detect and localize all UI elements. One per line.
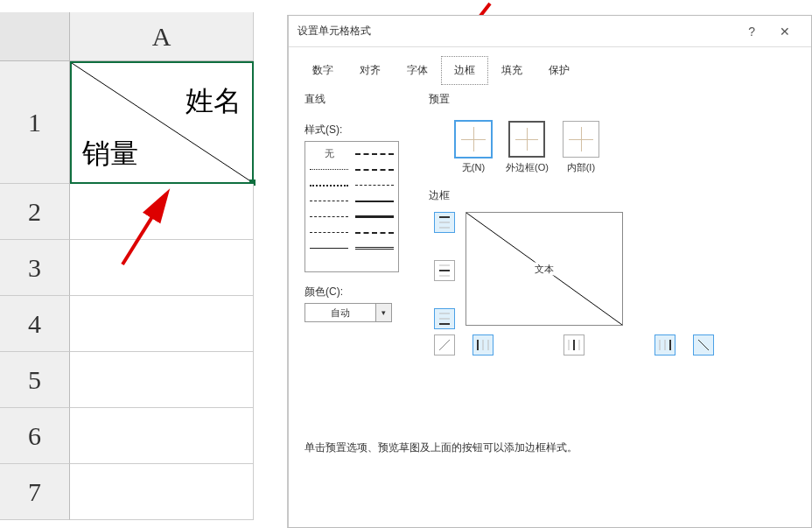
border-mid-h-btn[interactable] bbox=[434, 260, 455, 281]
style-opt[interactable] bbox=[355, 178, 394, 193]
border-left-btn[interactable] bbox=[472, 334, 494, 356]
style-none[interactable]: 无 bbox=[310, 146, 348, 161]
dialog-content: 直线 样式(S): 无 颜色(C): 自动 ▾ bbox=[289, 85, 811, 528]
style-opt[interactable] bbox=[310, 162, 348, 177]
row-header-5[interactable]: 5 bbox=[0, 352, 70, 408]
style-opt[interactable] bbox=[310, 209, 348, 224]
preset-none[interactable]: 无(N) bbox=[455, 121, 492, 174]
spreadsheet: A 1 2 3 4 5 6 7 姓名 销量 bbox=[0, 0, 287, 528]
cell-a3[interactable] bbox=[70, 240, 254, 296]
preset-outline[interactable]: 外边框(O) bbox=[506, 121, 549, 174]
preview-text: 文本 bbox=[533, 263, 556, 276]
cell-a6[interactable] bbox=[70, 408, 254, 464]
style-opt[interactable] bbox=[310, 225, 348, 240]
color-value: 自动 bbox=[305, 306, 375, 320]
cell-top-label: 姓名 bbox=[186, 82, 242, 121]
cell-a7[interactable] bbox=[70, 464, 254, 520]
border-bottom-btn[interactable] bbox=[434, 308, 455, 329]
cell-a4[interactable] bbox=[70, 296, 254, 352]
close-button[interactable]: ✕ bbox=[767, 25, 802, 39]
format-cells-dialog: 设置单元格格式 ? ✕ 数字 对齐 字体 边框 填充 保护 直线 样式(S): … bbox=[287, 15, 812, 528]
line-style-list[interactable]: 无 bbox=[304, 141, 399, 272]
style-opt[interactable] bbox=[355, 194, 394, 208]
color-dropdown[interactable]: 自动 ▾ bbox=[304, 303, 392, 322]
row-header-2[interactable]: 2 bbox=[0, 184, 70, 240]
tab-border[interactable]: 边框 bbox=[441, 56, 488, 85]
row-header-3[interactable]: 3 bbox=[0, 240, 70, 296]
title-bar: 设置单元格格式 ? ✕ bbox=[289, 16, 811, 47]
tab-strip: 数字 对齐 字体 边框 填充 保护 bbox=[289, 47, 811, 85]
border-bottom-row bbox=[434, 334, 714, 356]
help-button[interactable]: ? bbox=[736, 25, 767, 39]
style-opt[interactable] bbox=[355, 209, 394, 224]
style-opt[interactable] bbox=[310, 194, 348, 208]
tab-number[interactable]: 数字 bbox=[299, 56, 346, 85]
row-header-7[interactable]: 7 bbox=[0, 464, 70, 520]
border-right-btn[interactable] bbox=[654, 334, 676, 356]
cell-bottom-label: 销量 bbox=[82, 135, 138, 173]
preset-row: 无(N) 外边框(O) 内部(I) bbox=[455, 121, 795, 174]
tab-align[interactable]: 对齐 bbox=[346, 56, 394, 85]
cell-a2[interactable] bbox=[70, 184, 254, 240]
row-header-1[interactable]: 1 bbox=[0, 61, 70, 184]
style-opt[interactable] bbox=[355, 146, 394, 161]
preset-section-title: 预置 bbox=[429, 92, 795, 107]
svg-line-14 bbox=[439, 340, 450, 350]
preset-inside[interactable]: 内部(I) bbox=[563, 121, 599, 174]
border-section-title: 边框 bbox=[429, 188, 795, 203]
border-diag-down-btn[interactable] bbox=[693, 334, 714, 356]
svg-line-24 bbox=[698, 340, 709, 350]
cell-a1[interactable]: 姓名 销量 bbox=[70, 61, 254, 184]
style-opt[interactable] bbox=[355, 162, 394, 177]
color-label: 颜色(C): bbox=[304, 285, 427, 299]
style-opt[interactable] bbox=[355, 225, 394, 240]
hint-text: 单击预置选项、预览草图及上面的按钮可以添加边框样式。 bbox=[304, 440, 578, 455]
row-header-4[interactable]: 4 bbox=[0, 296, 70, 352]
chevron-down-icon: ▾ bbox=[375, 304, 391, 321]
border-top-btn[interactable] bbox=[434, 212, 455, 233]
style-label: 样式(S): bbox=[304, 123, 427, 137]
line-group: 直线 样式(S): 无 颜色(C): 自动 ▾ bbox=[304, 92, 427, 322]
style-opt[interactable] bbox=[310, 178, 348, 193]
col-header-a[interactable]: A bbox=[70, 12, 254, 61]
dialog-title: 设置单元格格式 bbox=[298, 24, 371, 39]
style-opt[interactable] bbox=[355, 241, 394, 256]
line-section-title: 直线 bbox=[304, 92, 427, 107]
select-all-corner[interactable] bbox=[0, 12, 70, 61]
border-mid-v-btn[interactable] bbox=[564, 334, 584, 356]
tab-fill[interactable]: 填充 bbox=[488, 56, 536, 85]
style-opt[interactable] bbox=[310, 241, 348, 256]
row-header-6[interactable]: 6 bbox=[0, 408, 70, 464]
tab-font[interactable]: 字体 bbox=[394, 56, 441, 85]
preset-group: 预置 无(N) 外边框(O) 内部(I) 边框 bbox=[429, 92, 795, 212]
cell-a5[interactable] bbox=[70, 352, 254, 408]
border-preview[interactable]: 文本 bbox=[466, 212, 623, 326]
tab-protect[interactable]: 保护 bbox=[536, 56, 583, 85]
border-diag-up-btn[interactable] bbox=[434, 334, 455, 356]
